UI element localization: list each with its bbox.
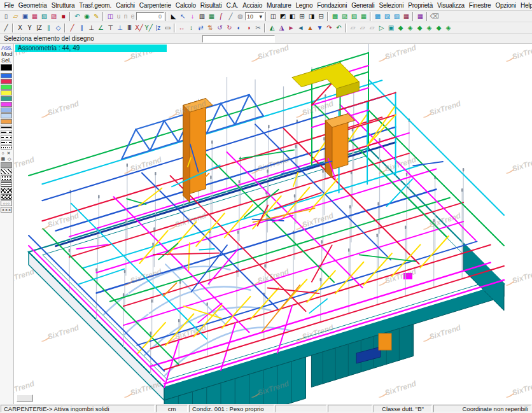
- solid-3-icon[interactable]: ◆: [415, 23, 424, 32]
- erase-icon[interactable]: ⌫: [430, 11, 439, 21]
- snap-u-icon[interactable]: u: [115, 11, 122, 21]
- sphere-view-icon[interactable]: ◍: [235, 11, 245, 21]
- menu-propriet-[interactable]: Proprietà: [406, 2, 435, 9]
- axis-x-cut-icon[interactable]: X╱: [134, 23, 144, 32]
- pattern-checker[interactable]: [1, 194, 12, 200]
- menu-risultati[interactable]: Risultati: [198, 2, 224, 9]
- pattern-dots[interactable]: [1, 175, 12, 181]
- sidebar-tab-ass[interactable]: Ass.: [1, 45, 13, 51]
- annotate-icon[interactable]: ✎: [92, 11, 101, 21]
- command-input[interactable]: [202, 35, 275, 43]
- insert-below-icon[interactable]: ↓: [188, 11, 197, 21]
- raise-icon[interactable]: ▲: [305, 23, 315, 32]
- point-style-row-0[interactable]: ○ ✕: [1, 150, 12, 156]
- coord-field[interactable]: [136, 12, 164, 20]
- color-swatch-3[interactable]: [1, 90, 12, 95]
- save-file-icon[interactable]: ▣: [20, 11, 30, 21]
- color-swatch-7[interactable]: [1, 113, 12, 118]
- extrude-2-icon[interactable]: ▱: [358, 23, 367, 32]
- line-style-solid[interactable]: [1, 125, 12, 129]
- snap-triple-icon[interactable]: Ⅲ: [125, 23, 134, 32]
- undo-icon[interactable]: ↶: [73, 11, 82, 21]
- snap-e-icon[interactable]: e: [129, 11, 136, 21]
- menu-calcolo[interactable]: Calcolo: [173, 2, 198, 9]
- color-swatch-4[interactable]: [1, 96, 12, 101]
- cut-icon[interactable]: ✂: [253, 23, 263, 32]
- pattern-crosshatch[interactable]: ✕✕✕: [1, 207, 12, 213]
- menu-generali[interactable]: Generali: [349, 2, 377, 9]
- snap-rect-icon[interactable]: ▭: [163, 23, 172, 32]
- snap-n-icon[interactable]: n: [122, 11, 129, 21]
- select-all-blue-icon[interactable]: ▩: [373, 11, 382, 21]
- menu-opzioni[interactable]: Opzioni: [493, 2, 519, 9]
- menu-geometria[interactable]: Geometria: [16, 2, 49, 9]
- select-prev-green-icon[interactable]: ▦: [359, 11, 368, 21]
- undo-curve-icon[interactable]: ↶: [334, 23, 344, 32]
- color-swatch-5[interactable]: [1, 102, 12, 107]
- snap-top-icon[interactable]: ⊤: [106, 23, 115, 32]
- color-swatch-6[interactable]: [1, 108, 12, 113]
- window-tile-5-icon[interactable]: ◨: [307, 11, 316, 21]
- menu-struttura[interactable]: Struttura: [49, 2, 77, 9]
- window-tile-3-icon[interactable]: ◧: [288, 11, 297, 21]
- layers-mono-icon[interactable]: ▥: [197, 11, 207, 21]
- drawing-canvas[interactable]: Assonometria : 44, 49 SixTrendSixTrendSi…: [14, 44, 532, 404]
- solid-2-icon[interactable]: ◈: [405, 23, 415, 32]
- window-tile-4-icon[interactable]: ⊞: [297, 11, 307, 21]
- panel-icon[interactable]: ▣: [386, 23, 396, 32]
- solid-4-icon[interactable]: ◈: [424, 23, 434, 32]
- menu-acciaio[interactable]: Acciaio: [241, 2, 265, 9]
- menu-visualizza[interactable]: Visualizza: [435, 2, 467, 9]
- open-file-icon[interactable]: ▱: [11, 11, 20, 21]
- constrain-y-icon[interactable]: Y: [25, 23, 34, 32]
- window-tile-1-icon[interactable]: ◫: [269, 11, 278, 21]
- color-swatch-1[interactable]: [1, 79, 12, 84]
- parallel-icon[interactable]: ∥: [44, 23, 53, 32]
- constrain-x-icon[interactable]: X: [15, 23, 25, 32]
- move-v-icon[interactable]: ↕: [186, 23, 196, 32]
- lower-icon[interactable]: ▼: [315, 23, 325, 32]
- axis-y-cut-icon[interactable]: Y╱: [144, 23, 153, 32]
- menu-trasf-geom-[interactable]: Trasf.geom.: [77, 2, 114, 9]
- model-edit-icon[interactable]: ▧: [39, 11, 49, 21]
- select-window-green-icon[interactable]: ▨: [340, 11, 349, 21]
- view-solid-icon[interactable]: ◣: [169, 11, 178, 21]
- minimized-view-stub[interactable]: [17, 395, 33, 402]
- select-window-blue-icon[interactable]: ▨: [382, 11, 392, 21]
- select-poly-blue-icon[interactable]: ▧: [392, 11, 402, 21]
- deselect-icon[interactable]: ▦: [402, 11, 411, 21]
- axis-z-cut-icon[interactable]: |z: [153, 23, 163, 32]
- pattern-rings[interactable]: ○○○: [1, 200, 12, 206]
- select-special-icon[interactable]: ▦: [416, 11, 425, 21]
- print-icon[interactable]: ■: [59, 11, 68, 21]
- select-all-green-icon[interactable]: ▩: [330, 11, 340, 21]
- color-swatch-2[interactable]: [1, 85, 12, 90]
- color-swatch-0[interactable]: [1, 73, 12, 78]
- window-tile-6-icon[interactable]: ⊟: [316, 11, 326, 21]
- font-size-icon[interactable]: ƒ: [216, 11, 226, 21]
- snap-perp-icon[interactable]: ⊥: [87, 23, 96, 32]
- pattern-solid[interactable]: [1, 162, 12, 168]
- point-style-row-1[interactable]: ▦ ◇: [1, 156, 12, 162]
- sidebar-tab-mod[interactable]: Mod: [1, 51, 13, 57]
- draw-line-icon[interactable]: ╱: [1, 23, 11, 32]
- zoom-select[interactable]: 10▾: [245, 12, 264, 20]
- layers-color-icon[interactable]: ▦: [207, 11, 216, 21]
- constrain-z-icon[interactable]: |Z: [34, 23, 44, 32]
- current-color-swatch[interactable]: [1, 64, 12, 71]
- snap-parallel-icon[interactable]: ∥: [77, 23, 87, 32]
- solid-1-icon[interactable]: ◆: [396, 23, 405, 32]
- align-up-icon[interactable]: ◭: [267, 23, 277, 32]
- new-file-icon[interactable]: ▯: [1, 11, 11, 21]
- menu-carpenterie[interactable]: Carpenterie: [137, 2, 173, 9]
- measure-icon[interactable]: ╱: [226, 11, 235, 21]
- menu-help[interactable]: Help: [518, 2, 532, 9]
- render-icon[interactable]: ◉: [82, 11, 92, 21]
- menu-carichi[interactable]: Carichi: [114, 2, 137, 9]
- snap-base-icon[interactable]: ⊥: [115, 23, 125, 32]
- model-check-icon[interactable]: ▨: [49, 11, 59, 21]
- mirror-right-icon[interactable]: ◑: [244, 23, 253, 32]
- line-style-long-dash[interactable]: [1, 130, 12, 134]
- pattern-diag[interactable]: [1, 169, 12, 174]
- window-tile-2-icon[interactable]: ◩: [278, 11, 288, 21]
